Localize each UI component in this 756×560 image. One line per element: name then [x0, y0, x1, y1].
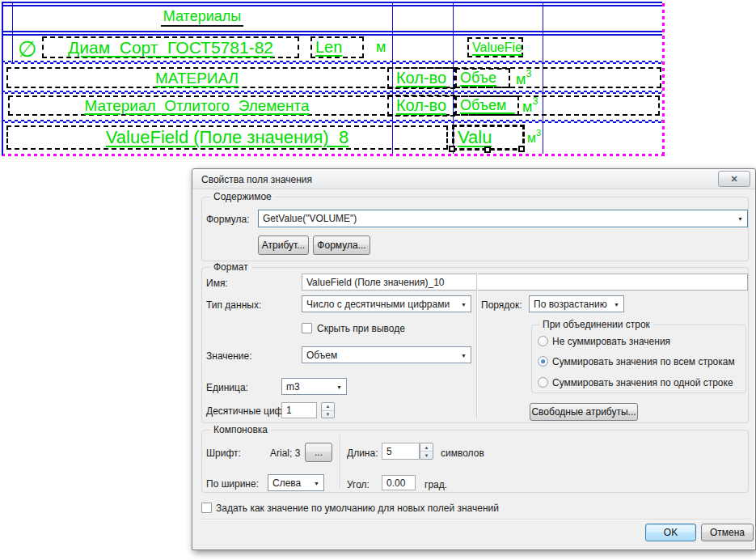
field-qty-1[interactable]: Кол-во [387, 67, 455, 89]
order-label: Порядок: [481, 299, 522, 311]
table-right-selection-border [662, 2, 665, 155]
unit-value: m3 [286, 381, 300, 392]
set-as-default-checkbox[interactable] [201, 503, 212, 513]
row-divider-selected-3 [2, 120, 665, 123]
formula-label: Формула: [206, 214, 250, 225]
spinner-up-icon[interactable]: ▲ [420, 443, 433, 452]
unit-m3-3[interactable]: м3 [527, 129, 541, 146]
unit-label: Единица: [206, 382, 248, 393]
name-label: Имя: [206, 278, 228, 289]
unit-dropdown[interactable]: m3 ▼ [281, 378, 347, 395]
decimals-spinner[interactable]: ▲ ▼ [321, 402, 335, 418]
chevron-down-icon: ▼ [314, 480, 319, 486]
value-value: Объем [306, 350, 337, 361]
justify-label: По ширине: [206, 478, 259, 490]
close-button[interactable]: ✕ [718, 171, 750, 187]
hide-on-output-checkbox[interactable] [302, 323, 312, 333]
radio-no-sum-label[interactable]: Не суммировать значения [552, 336, 670, 347]
field-len[interactable]: Len [310, 36, 364, 58]
formula-button[interactable]: Формула... [313, 235, 370, 255]
field-valuefield-truncated[interactable]: ValueFie [467, 37, 523, 57]
dialog-titlebar[interactable]: Свойства поля значения ✕ [192, 169, 755, 189]
row-divider-solid [2, 31, 665, 36]
format-divider [476, 272, 477, 418]
radio-no-sum[interactable] [538, 336, 548, 346]
value-dropdown[interactable]: Объем ▼ [302, 346, 471, 363]
layout-divider [340, 435, 340, 488]
spinner-up-icon[interactable]: ▲ [322, 403, 334, 411]
attribute-button[interactable]: Атрибут... [258, 235, 309, 255]
row-divider-selected-1 [2, 61, 665, 64]
field-material[interactable]: МАТЕРИАЛ [2, 70, 392, 87]
unit-m[interactable]: м [376, 39, 386, 56]
chevron-down-icon: ▼ [461, 352, 467, 358]
field-valuefield-8[interactable]: ValueField (Поле значения)_8 [6, 125, 448, 150]
angle-suffix: град. [424, 479, 447, 490]
group-merge-rows-label: При объединении строк [539, 319, 653, 330]
font-ellipsis-button[interactable]: ... [305, 443, 332, 462]
formula-combobox[interactable]: GetValue("VOLUME") ▼ [258, 210, 748, 227]
table-header-cell: Материалы [12, 8, 392, 25]
unit-m3-1[interactable]: м3 [516, 70, 531, 88]
cancel-button[interactable]: Отмена [701, 524, 754, 541]
cad-template-editor: Материалы ∅ Диам_Сорт_ГОСТ5781-82 Len м … [2, 2, 665, 157]
selection-handle-bottom-right[interactable] [518, 146, 525, 152]
spinner-down-icon[interactable]: ▼ [322, 411, 334, 418]
order-value: По возрастанию [534, 299, 607, 310]
close-icon: ✕ [730, 175, 737, 184]
field-qty-2[interactable]: Кол-во [387, 95, 455, 117]
angle-input[interactable]: 0.00 [382, 475, 416, 490]
radio-sum-one-row[interactable] [538, 377, 548, 388]
free-attributes-button[interactable]: Свободные атрибуты... [530, 403, 638, 421]
ok-button[interactable]: OK [645, 524, 696, 541]
table-top-border [2, 2, 665, 6]
data-type-label: Тип данных: [206, 299, 261, 311]
unit-m3-2[interactable]: м3 [522, 97, 538, 116]
selection-handle-bottom-left[interactable] [449, 146, 455, 152]
selection-handle-bottom-center[interactable] [484, 146, 491, 153]
order-dropdown[interactable]: По возрастанию ▼ [529, 295, 624, 312]
formula-value: GetValue("VOLUME") [263, 213, 357, 224]
table-bottom-selection-border [2, 154, 665, 156]
chevron-down-icon: ▼ [737, 216, 743, 222]
header-materials-text[interactable]: Материалы [161, 8, 243, 27]
justify-dropdown[interactable]: Слева ▼ [268, 474, 324, 491]
length-label: Длина: [347, 448, 378, 459]
chevron-down-icon: ▼ [461, 301, 467, 307]
radio-sum-all-rows[interactable] [538, 356, 548, 367]
length-input[interactable]: 5 [382, 443, 420, 460]
name-input[interactable]: ValueField (Поле значения)_10 [302, 274, 748, 291]
field-diam-sort-gost[interactable]: Диам_Сорт_ГОСТ5781-82 [42, 36, 299, 58]
hide-on-output-label: Скрыть при выводе [317, 323, 405, 334]
group-content-label: Содержимое [210, 191, 275, 202]
radio-sum-one-row-label[interactable]: Суммировать значения по одной строке [552, 377, 733, 388]
set-as-default-label[interactable]: Задать как значение по умолчанию для нов… [216, 503, 499, 514]
chevron-down-icon: ▼ [336, 384, 342, 389]
justify-value: Слева [272, 477, 301, 489]
field-volume-1[interactable]: Объе [455, 68, 510, 88]
data-type-dropdown[interactable]: Число с десятичными цифрами ▼ [302, 295, 471, 312]
dialog-title: Свойства поля значения [201, 174, 312, 185]
angle-label: Угол: [347, 479, 370, 490]
decimals-input[interactable]: 1 [281, 402, 317, 418]
field-cast-material[interactable]: Материал_Отлитого_Элемента [2, 97, 392, 115]
font-value: Arial; 3 [270, 448, 300, 459]
data-type-value: Число с десятичными цифрами [306, 299, 450, 310]
length-suffix: символов [441, 448, 484, 459]
group-format-label: Формат [210, 261, 251, 273]
chevron-down-icon: ▼ [614, 301, 619, 307]
value-label: Значение: [206, 350, 252, 362]
group-layout-label: Компоновка [210, 424, 271, 435]
field-volume-2[interactable]: Объем_ [455, 95, 519, 116]
radio-sum-all-rows-label[interactable]: Суммировать значения по всем строкам [552, 356, 735, 367]
diameter-icon[interactable]: ∅ [18, 39, 37, 61]
spinner-down-icon[interactable]: ▼ [420, 452, 433, 459]
row-divider-selected-2 [2, 91, 665, 94]
value-field-properties-dialog: Свойства поля значения ✕ Содержимое Форм… [192, 168, 756, 550]
length-spinner[interactable]: ▲ ▼ [420, 443, 433, 460]
font-label: Шрифт: [206, 448, 241, 459]
button-separator [201, 519, 749, 520]
